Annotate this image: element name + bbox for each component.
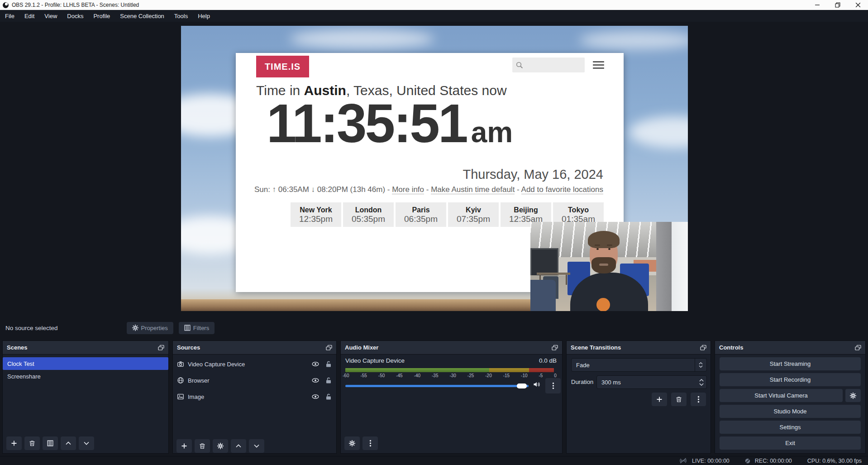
controls-header[interactable]: Controls [715,341,865,355]
timeis-sun-line: Sun: ↑ 06:35AM ↓ 08:20PM (13h 46m) - Mor… [254,185,603,194]
program-canvas[interactable]: TIME.IS Time in Austin, Texas, United St… [181,26,688,311]
start-streaming-button[interactable]: Start Streaming [720,357,861,370]
mixer-options-button[interactable] [545,378,561,393]
select-chevrons-icon [695,359,706,371]
make-default-link[interactable]: Make Austin time default [431,185,515,194]
timeis-clock: 11:35:51 am [267,92,513,154]
source-toolbar: No source selected Properties Filters [0,319,868,336]
unlock-icon[interactable] [325,361,332,367]
duration-spinner[interactable]: 300 ms [596,375,707,389]
popout-icon[interactable] [326,345,332,351]
preview-area: TIME.IS Time in Austin, Texas, United St… [0,22,868,319]
transition-options-button[interactable] [691,393,706,406]
menu-scene-collection[interactable]: Scene Collection [115,10,169,22]
studio-mode-button[interactable]: Studio Mode [720,405,861,418]
status-bar: LIVE: 00:00:00 REC: 00:00:00 CPU: 0.6%, … [0,456,868,465]
scene-filters-button[interactable] [43,436,58,450]
cloud [579,31,688,49]
volume-slider-handle[interactable] [517,384,527,388]
spinner-chevrons-icon[interactable] [696,379,706,386]
virtual-camera-settings-button[interactable] [845,389,861,402]
speaker-icon[interactable] [533,381,540,388]
city-newyork[interactable]: New York12:35pm [291,202,341,227]
close-button[interactable] [848,0,868,10]
add-scene-button[interactable] [6,436,22,450]
hoodie-logo [596,298,610,311]
no-source-status: No source selected [5,325,58,331]
stream-inactive-icon [679,458,687,464]
add-source-button[interactable] [176,439,192,453]
scene-item-clock-test[interactable]: Clock Test [3,357,168,370]
transitions-header[interactable]: Scene Transitions [567,341,711,355]
remove-transition-button[interactable] [671,393,687,406]
settings-button[interactable]: Settings [720,421,861,434]
city-london[interactable]: London05:35pm [343,202,394,227]
search-icon [516,62,523,69]
sources-dock-header[interactable]: Sources [173,341,336,355]
scene-item-screenshare[interactable]: Screenshare [3,370,168,383]
eye-icon[interactable] [312,393,319,400]
source-item-image[interactable]: Image [173,390,336,403]
scenes-dock: Scenes Clock Test Screenshare [2,340,169,454]
popout-icon[interactable] [158,345,164,351]
concrete-pillar [656,222,672,311]
advanced-audio-button[interactable] [344,436,360,450]
source-item-browser[interactable]: Browser [173,374,336,387]
add-transition-button[interactable] [652,393,667,406]
meter-scale: -60-55-50 -45-40-35 -30-25-20 -15-10-5 0 [343,373,557,378]
source-up-button[interactable] [231,439,246,453]
mixer-menu-button[interactable] [362,436,378,450]
menu-bar: File Edit View Docks Profile Scene Colle… [0,10,868,22]
timeis-search-input[interactable] [512,58,585,72]
exit-button[interactable]: Exit [720,436,861,450]
image-icon [177,393,184,400]
menu-profile[interactable]: Profile [88,10,115,22]
cpu-fps-stats: CPU: 0.6%, 30.00 fps [807,458,862,464]
remove-source-button[interactable] [195,439,210,453]
menu-tools[interactable]: Tools [169,10,193,22]
eye-icon[interactable] [312,360,319,368]
timeis-logo[interactable]: TIME.IS [256,56,309,77]
menu-view[interactable]: View [39,10,62,22]
unlock-icon[interactable] [325,377,332,384]
eye-icon[interactable] [312,377,319,384]
city-kyiv[interactable]: Kyiv07:35pm [448,202,499,227]
more-info-link[interactable]: More info [392,185,424,194]
hamburger-menu-icon[interactable] [593,61,604,71]
start-recording-button[interactable]: Start Recording [720,373,861,386]
gear-icon [132,325,138,331]
city-paris[interactable]: Paris06:35pm [396,202,446,227]
popout-icon[interactable] [552,345,558,351]
webcam-overlay[interactable] [530,222,688,311]
clock-ampm: am [471,115,513,149]
popout-icon[interactable] [855,345,861,351]
audio-mixer-header[interactable]: Audio Mixer [341,341,562,355]
source-item-video-capture[interactable]: Video Capture Device [173,357,336,371]
volume-slider[interactable] [345,383,529,389]
source-down-button[interactable] [249,439,264,453]
volume-meter [345,368,554,372]
start-virtual-camera-button[interactable]: Start Virtual Camera [720,389,843,402]
scenes-dock-header[interactable]: Scenes [3,341,168,355]
menu-edit[interactable]: Edit [19,10,39,22]
menu-docks[interactable]: Docks [62,10,88,22]
filters-button[interactable]: Filters [179,322,215,334]
person-hair [588,231,620,248]
globe-icon [177,377,184,384]
restore-button[interactable] [827,0,848,10]
source-properties-button[interactable] [213,439,228,453]
title-bar[interactable]: OBS 29.1.2 - Profile: LLHLS BETA - Scene… [0,0,868,10]
scene-up-button[interactable] [61,436,76,450]
scene-down-button[interactable] [79,436,94,450]
favorite-link[interactable]: Add to favorite locations [521,185,603,194]
menu-help[interactable]: Help [193,10,215,22]
properties-button[interactable]: Properties [127,322,173,334]
menu-file[interactable]: File [0,10,19,22]
remove-scene-button[interactable] [24,436,40,450]
minimize-button[interactable] [807,0,827,10]
popout-icon[interactable] [700,345,706,351]
duration-label: Duration [571,379,593,385]
unlock-icon[interactable] [325,393,332,400]
transition-select[interactable]: Fade [571,358,707,372]
person-mouth [599,264,608,266]
